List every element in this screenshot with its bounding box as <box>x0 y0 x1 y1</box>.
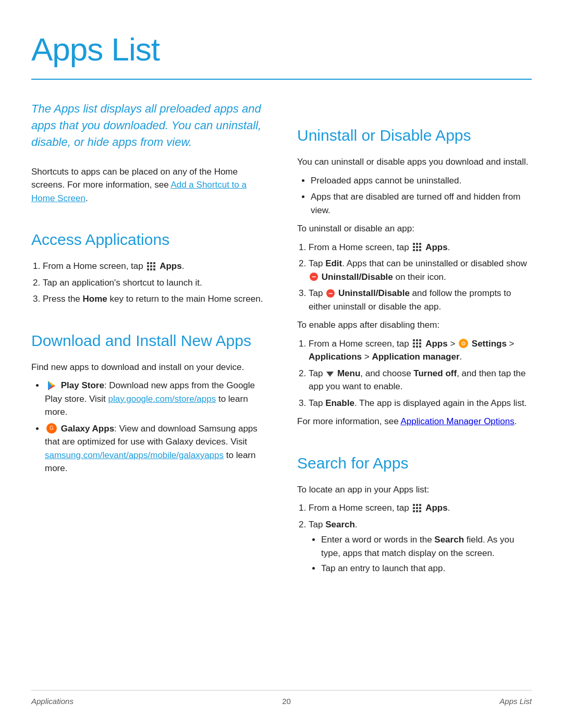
settings-icon: ⚙ <box>459 339 468 348</box>
play-store-item: Play Store: Download new apps from the G… <box>45 379 266 419</box>
download-section-title: Download and Install New Apps <box>31 329 266 352</box>
title-divider <box>31 79 532 80</box>
footer-right: Apps List <box>499 696 532 708</box>
to-enable-label: To enable apps after disabling them: <box>297 318 532 332</box>
minus-icon-1: − <box>310 273 318 281</box>
page-footer: Applications 20 Apps List <box>31 690 532 708</box>
footer-left: Applications <box>31 696 74 708</box>
enable-step-3: Tap Enable. The app is displayed again i… <box>309 397 532 410</box>
menu-arrow-icon <box>326 372 334 377</box>
galaxy-apps-icon: G <box>46 423 57 434</box>
access-step-1: From a Home screen, tap Apps. <box>43 260 266 273</box>
access-step-3: Press the Home key to return to the main… <box>43 292 266 306</box>
uninstall-bullet-list: Preloaded apps cannot be uninstalled. Ap… <box>297 174 532 217</box>
to-uninstall-label: To uninstall or disable an app: <box>297 222 532 236</box>
search-steps-list: From a Home screen, tap Apps. Tap Search… <box>297 501 532 575</box>
search-sub-bullet-2: Tap an entry to launch that app. <box>321 562 532 575</box>
uninstall-desc: You can uninstall or disable apps you do… <box>297 155 532 169</box>
uninstall-step-1: From a Home screen, tap Apps. <box>309 241 532 254</box>
play-store-link[interactable]: play.google.com/store/apps <box>108 394 216 404</box>
apps-grid-icon-3 <box>413 339 421 348</box>
enable-step-1: From a Home screen, tap Apps > ⚙ Setting… <box>309 337 532 364</box>
search-step-1: From a Home screen, tap Apps. <box>309 501 532 515</box>
search-desc: To locate an app in your Apps list: <box>297 483 532 497</box>
search-step-2: Tap Search. Enter a word or words in the… <box>309 518 532 575</box>
uninstall-bullet-1: Preloaded apps cannot be uninstalled. <box>311 174 532 188</box>
uninstall-step-3: Tap − Uninstall/Disable and follow the p… <box>309 287 532 313</box>
apps-grid-icon <box>147 262 155 270</box>
footer-page-number: 20 <box>282 696 291 708</box>
galaxy-apps-item: G Galaxy Apps: View and download Samsung… <box>45 422 266 475</box>
page-title: Apps List <box>31 25 532 73</box>
enable-step-2: Tap Menu, and choose Turned off, and the… <box>309 367 532 393</box>
uninstall-section-title: Uninstall or Disable Apps <box>297 124 532 147</box>
access-steps-list: From a Home screen, tap Apps. Tap an app… <box>31 260 266 306</box>
left-column: The Apps list displays all preloaded app… <box>31 101 266 581</box>
more-info-text: For more information, see Application Ma… <box>297 415 532 428</box>
intro-sub: Shortcuts to apps can be placed on any o… <box>31 165 266 205</box>
app-manager-link[interactable]: Application Manager Options <box>400 416 514 426</box>
apps-grid-icon-2 <box>413 243 421 251</box>
right-column: Uninstall or Disable Apps You can uninst… <box>297 101 532 581</box>
search-section-title: Search for Apps <box>297 451 532 475</box>
uninstall-bullet-2: Apps that are disabled are turned off an… <box>311 190 532 217</box>
page: Apps List The Apps list displays all pre… <box>0 0 563 728</box>
enable-steps-list: From a Home screen, tap Apps > ⚙ Setting… <box>297 337 532 410</box>
download-desc: Find new apps to download and install on… <box>31 361 266 374</box>
galaxy-apps-link[interactable]: samsung.com/levant/apps/mobile/galaxyapp… <box>45 450 224 460</box>
access-section-title: Access Applications <box>31 228 266 251</box>
two-column-layout: The Apps list displays all preloaded app… <box>31 101 532 581</box>
download-bullet-list: Play Store: Download new apps from the G… <box>31 379 266 475</box>
search-sub-bullets: Enter a word or words in the Search fiel… <box>309 533 532 575</box>
uninstall-steps-list: From a Home screen, tap Apps. Tap Edit. … <box>297 241 532 314</box>
apps-grid-icon-4 <box>413 504 421 512</box>
play-store-icon <box>46 380 57 391</box>
uninstall-step-2: Tap Edit. Apps that can be uninstalled o… <box>309 257 532 283</box>
search-sub-bullet-1: Enter a word or words in the Search fiel… <box>321 533 532 560</box>
intro-italic: The Apps list displays all preloaded app… <box>31 101 266 151</box>
minus-icon-2: − <box>326 289 335 298</box>
access-step-2: Tap an application's shortcut to launch … <box>43 276 266 290</box>
